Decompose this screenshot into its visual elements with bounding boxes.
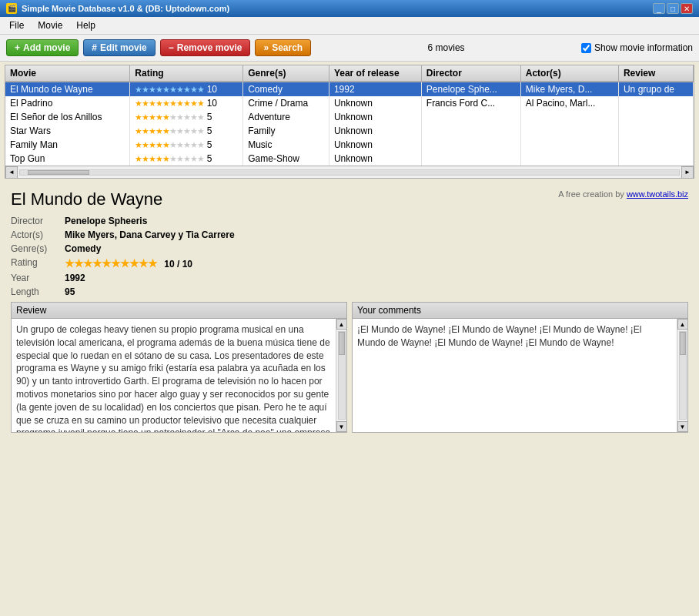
cell-year: Unknown	[329, 152, 421, 166]
add-movie-button[interactable]: + Add movie	[6, 39, 79, 56]
minimize-button[interactable]: _	[653, 3, 665, 14]
table-row[interactable]: Family Man ★★★★★★★★★★ 5 Music Unknown	[5, 138, 694, 152]
review-panel-body: Un grupo de colegas heavy tienen su prop…	[12, 319, 346, 432]
review-scroll-up[interactable]: ▲	[336, 319, 347, 330]
close-button[interactable]: ✕	[681, 3, 693, 14]
show-info-text: Show movie information	[594, 42, 693, 53]
cell-actors: Al Pacino, Marl...	[520, 96, 618, 110]
cell-director	[421, 152, 520, 166]
rating-stars-big: ★★★★★★★★★★ 10 / 10	[65, 257, 192, 270]
title-bar: 🎬 Simple Movie Database v1.0 & (DB: Upto…	[0, 0, 699, 17]
cell-review	[618, 96, 693, 110]
col-review[interactable]: Review	[618, 65, 693, 82]
movie-count: 6 movies	[316, 42, 577, 53]
scroll-track[interactable]	[19, 169, 680, 176]
cell-director	[421, 138, 520, 152]
table-row[interactable]: Top Gun ★★★★★★★★★★ 5 Game-Show Unknown	[5, 152, 694, 166]
show-info-checkbox[interactable]	[581, 43, 591, 53]
cell-rating: ★★★★★★★★★★ 5	[130, 110, 243, 124]
director-value: Penelope Spheeris	[65, 216, 147, 226]
cell-year: Unknown	[329, 124, 421, 138]
comments-scroll-thumb[interactable]	[680, 332, 686, 355]
table-row[interactable]: El Mundo de Wayne ★★★★★★★★★★ 10 Comedy 1…	[5, 82, 694, 96]
rating-label: Rating	[11, 257, 65, 270]
window-controls: _ □ ✕	[653, 3, 693, 14]
col-movie[interactable]: Movie	[5, 65, 130, 82]
remove-movie-button[interactable]: − Remove movie	[160, 39, 251, 56]
cell-genre: Family	[243, 124, 329, 138]
movie-table: Movie Rating Genre(s) Year of release Di…	[5, 65, 694, 166]
cell-rating: ★★★★★★★★★★ 5	[130, 152, 243, 166]
col-rating[interactable]: Rating	[130, 65, 243, 82]
cell-actors	[520, 124, 618, 138]
cell-movie: Family Man	[5, 138, 130, 152]
detail-rating-row: Rating ★★★★★★★★★★ 10 / 10	[11, 257, 688, 270]
review-content: Un grupo de colegas heavy tienen su prop…	[12, 319, 336, 432]
menu-movie[interactable]: Movie	[32, 18, 69, 32]
remove-icon: −	[169, 42, 174, 53]
cell-actors	[520, 138, 618, 152]
cell-genre: Adventure	[243, 110, 329, 124]
cell-genre: Music	[243, 138, 329, 152]
genre-label: Genre(s)	[11, 243, 65, 254]
col-director[interactable]: Director	[421, 65, 520, 82]
table-row[interactable]: El Padrino ★★★★★★★★★★ 10 Crime / Drama U…	[5, 96, 694, 110]
cell-director: Francis Ford C...	[421, 96, 520, 110]
review-panels: Review Un grupo de colegas heavy tienen …	[11, 302, 688, 433]
length-value: 95	[65, 286, 75, 297]
table-row[interactable]: El Señor de los Anillos ★★★★★★★★★★ 5 Adv…	[5, 110, 694, 124]
comments-scroll-down[interactable]: ▼	[677, 421, 688, 432]
cell-year: Unknown	[329, 96, 421, 110]
detail-length-row: Length 95	[11, 286, 688, 297]
year-value: 1992	[65, 273, 85, 283]
scroll-thumb[interactable]	[28, 170, 89, 175]
cell-director	[421, 124, 520, 138]
website-link[interactable]: www.twotails.biz	[627, 189, 688, 199]
actors-label: Actor(s)	[11, 229, 65, 240]
cell-rating: ★★★★★★★★★★ 5	[130, 124, 243, 138]
col-actors[interactable]: Actor(s)	[520, 65, 618, 82]
search-icon: »	[263, 42, 269, 53]
cell-review	[618, 110, 693, 124]
edit-icon: #	[92, 42, 97, 53]
detail-section: El Mundo de Wayne A free creation by www…	[0, 182, 699, 440]
show-info-container: Show movie information	[581, 42, 693, 53]
review-scroll-thumb[interactable]	[339, 332, 345, 355]
review-panel-title: Review	[12, 303, 346, 319]
search-button[interactable]: » Search	[255, 39, 311, 56]
detail-actors-row: Actor(s) Mike Myers, Dana Carvey y Tia C…	[11, 229, 688, 240]
col-year[interactable]: Year of release	[329, 65, 421, 82]
cell-genre: Game-Show	[243, 152, 329, 166]
rating-text: 10 / 10	[164, 259, 192, 270]
add-icon: +	[15, 42, 20, 53]
movie-table-area: Movie Rating Genre(s) Year of release Di…	[5, 65, 694, 179]
comments-panel: Your comments ¡El Mundo de Wayne! ¡El Mu…	[352, 302, 688, 433]
comments-scroll-up[interactable]: ▲	[677, 319, 688, 330]
free-creation-text: A free creation by www.twotails.biz	[558, 189, 688, 199]
table-row[interactable]: Star Wars ★★★★★★★★★★ 5 Family Unknown	[5, 124, 694, 138]
cell-movie: El Padrino	[5, 96, 130, 110]
rating-stars-display: ★★★★★★★★★★	[65, 257, 157, 270]
menu-bar: File Movie Help	[0, 17, 699, 35]
col-genre[interactable]: Genre(s)	[243, 65, 329, 82]
comments-content: ¡El Mundo de Wayne! ¡El Mundo de Wayne! …	[353, 319, 677, 432]
maximize-button[interactable]: □	[667, 3, 679, 14]
cell-year: Unknown	[329, 138, 421, 152]
scroll-right-button[interactable]: ►	[681, 166, 694, 179]
cell-review	[618, 138, 693, 152]
genre-value: Comedy	[65, 243, 101, 254]
detail-director-row: Director Penelope Spheeris	[11, 216, 688, 226]
cell-rating: ★★★★★★★★★★ 10	[130, 82, 243, 96]
review-scroll-track[interactable]	[338, 331, 346, 420]
comments-scrollbar: ▲ ▼	[677, 319, 687, 432]
menu-help[interactable]: Help	[70, 18, 102, 32]
cell-year: 1992	[329, 82, 421, 96]
review-scroll-down[interactable]: ▼	[336, 421, 347, 432]
scroll-left-button[interactable]: ◄	[5, 166, 18, 179]
edit-movie-button[interactable]: # Edit movie	[83, 39, 155, 56]
menu-file[interactable]: File	[3, 18, 30, 32]
comments-scroll-track[interactable]	[679, 331, 687, 420]
table-header-row: Movie Rating Genre(s) Year of release Di…	[5, 65, 694, 82]
review-scrollbar: ▲ ▼	[336, 319, 346, 432]
actors-value: Mike Myers, Dana Carvey y Tia Carrere	[65, 229, 235, 240]
